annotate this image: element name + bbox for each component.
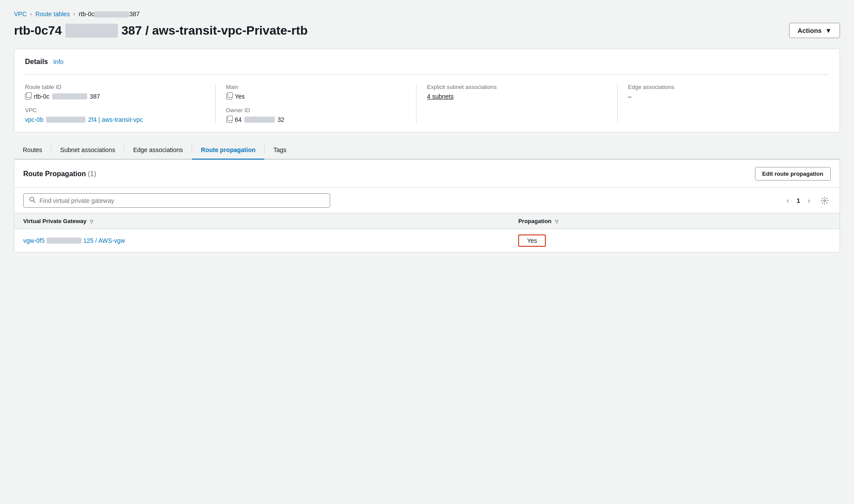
breadcrumb-current: rtb-0c 387 xyxy=(78,11,139,18)
search-box xyxy=(23,193,330,208)
main-label: Main xyxy=(226,84,406,90)
col-header-vpg: Virtual Private Gateway ▽ xyxy=(14,213,509,229)
route-table-id-label: Route table ID xyxy=(25,84,205,90)
subnet-count-link[interactable]: 4 subnets xyxy=(427,93,454,100)
svg-line-1 xyxy=(33,201,35,202)
breadcrumb-vpc-link[interactable]: VPC xyxy=(14,11,27,18)
vpc-label: VPC xyxy=(25,107,205,114)
tab-edge-associations[interactable]: Edge associations xyxy=(125,141,192,160)
route-table-id-value: rtb-0c 387 xyxy=(25,93,205,100)
chevron-down-icon: ▼ xyxy=(825,27,832,34)
next-page-button[interactable]: › xyxy=(803,195,815,207)
route-propagation-section: Route Propagation (1) Edit route propaga… xyxy=(14,160,840,252)
route-propagation-table: Virtual Private Gateway ▽ Propagation ▽ … xyxy=(14,213,840,252)
svg-point-2 xyxy=(824,200,826,202)
cell-propagation: Yes xyxy=(509,229,840,252)
tab-tags[interactable]: Tags xyxy=(265,141,295,160)
copy-icon-owner[interactable] xyxy=(226,117,232,123)
owner-id-label: Owner ID xyxy=(226,107,406,114)
actions-button[interactable]: Actions ▼ xyxy=(789,23,840,38)
table-header-row: Virtual Private Gateway ▽ Propagation ▽ xyxy=(14,213,840,229)
details-card: Details Info Route table ID rtb-0c 387 V… xyxy=(14,49,840,132)
detail-group-explicit-subnet: Explicit subnet associations 4 subnets xyxy=(427,84,618,123)
cell-vpg: vgw-0f5 125 / AWS-vgw xyxy=(14,229,509,252)
edge-assoc-value: – xyxy=(628,93,819,100)
vpc-group: VPC vpc-0b 2f4 | aws-transit-vpc xyxy=(25,107,205,123)
tab-subnet-associations[interactable]: Subnet associations xyxy=(51,141,124,160)
owner-id-value: 64 32 xyxy=(226,116,406,123)
page-title: rtb-0c74 387 / aws-transit-vpc-Private-r… xyxy=(14,24,308,38)
section-title: Route Propagation xyxy=(23,170,86,177)
details-grid: Route table ID rtb-0c 387 VPC vpc-0b 2f4… xyxy=(25,75,829,123)
details-info-link[interactable]: Info xyxy=(53,58,63,65)
breadcrumb-sep-2: › xyxy=(73,11,75,17)
tab-routes[interactable]: Routes xyxy=(14,141,51,160)
prev-page-button[interactable]: ‹ xyxy=(782,195,794,207)
pagination-row: ‹ 1 › xyxy=(782,195,831,207)
edit-route-propagation-button[interactable]: Edit route propagation xyxy=(755,167,831,181)
details-card-header: Details Info xyxy=(25,58,829,66)
vpg-link[interactable]: vgw-0f5 125 / AWS-vgw xyxy=(23,237,501,244)
explicit-subnet-label: Explicit subnet associations xyxy=(427,84,607,90)
section-title-group: Route Propagation (1) xyxy=(23,170,96,178)
detail-group-main: Main Yes Owner ID 64 32 xyxy=(226,84,417,123)
col-header-propagation: Propagation ▽ xyxy=(509,213,840,229)
explicit-subnet-value: 4 subnets xyxy=(427,93,607,100)
breadcrumb-sep-1: › xyxy=(30,11,32,17)
section-header: Route Propagation (1) Edit route propaga… xyxy=(14,160,840,188)
owner-id-group: Owner ID 64 32 xyxy=(226,107,406,123)
sort-icon-vpg: ▽ xyxy=(90,219,93,224)
search-icon xyxy=(29,196,36,205)
table-row: vgw-0f5 125 / AWS-vgw Yes xyxy=(14,229,840,252)
breadcrumb-route-tables-link[interactable]: Route tables xyxy=(36,11,70,18)
copy-icon-rtb[interactable] xyxy=(25,93,31,99)
page-nav: ‹ 1 › xyxy=(782,195,815,207)
search-input[interactable] xyxy=(39,197,324,204)
copy-icon-main[interactable] xyxy=(226,93,232,99)
tab-route-propagation[interactable]: Route propagation xyxy=(192,141,264,160)
table-settings-button[interactable] xyxy=(818,195,831,207)
details-title: Details xyxy=(25,58,48,66)
breadcrumb: VPC › Route tables › rtb-0c 387 xyxy=(14,11,840,18)
main-value: Yes xyxy=(226,93,406,100)
page-number: 1 xyxy=(797,197,800,204)
propagation-yes-badge: Yes xyxy=(518,234,546,247)
edge-assoc-label: Edge associations xyxy=(628,84,819,90)
search-pagination-row: ‹ 1 › xyxy=(14,188,840,213)
vpc-link[interactable]: vpc-0b 2f4 | aws-transit-vpc xyxy=(25,116,143,123)
detail-group-route-table-id: Route table ID rtb-0c 387 VPC vpc-0b 2f4… xyxy=(25,84,216,123)
sort-icon-prop: ▽ xyxy=(555,219,559,224)
page-header: rtb-0c74 387 / aws-transit-vpc-Private-r… xyxy=(14,23,840,38)
vpc-value: vpc-0b 2f4 | aws-transit-vpc xyxy=(25,116,205,123)
section-count: (1) xyxy=(88,170,96,177)
detail-group-edge-assoc: Edge associations – xyxy=(628,84,829,123)
tabs-bar: Routes Subnet associations Edge associat… xyxy=(14,141,840,160)
